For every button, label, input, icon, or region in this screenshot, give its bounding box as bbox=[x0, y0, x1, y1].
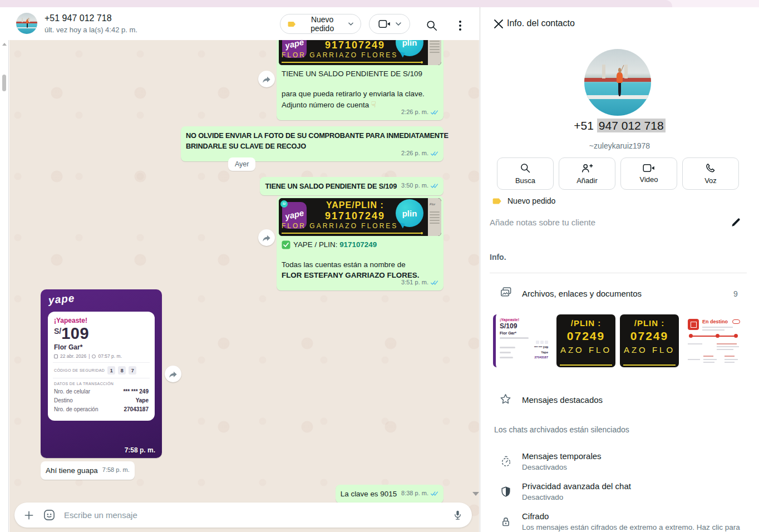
message-text: TIENE UN SALDO PENDIENTE DE S/109 bbox=[265, 181, 397, 191]
emoji-button[interactable] bbox=[43, 509, 56, 521]
message-bubble-outgoing: TIENE UN SALDO PENDIENTE DE S/109 3:50 p… bbox=[260, 177, 443, 195]
scrollbar-down-arrow[interactable] bbox=[472, 492, 479, 496]
read-ticks-icon bbox=[430, 491, 438, 496]
chevron-down-icon bbox=[348, 22, 353, 26]
forward-arrow-icon bbox=[261, 232, 272, 243]
media-thumb-tracking[interactable]: En destino bbox=[683, 314, 742, 367]
window-top-strip bbox=[0, 0, 759, 7]
order-label-text: Nuevo pedido bbox=[300, 15, 344, 33]
close-panel-button[interactable] bbox=[494, 19, 504, 29]
yape-brand-logo: yape bbox=[48, 292, 75, 307]
message-time: 7:58 p. m. bbox=[102, 465, 130, 475]
yape-plin-banner-image[interactable]: S/ yape YAPE/PLIN : 917107249 plin Flor … bbox=[279, 40, 441, 65]
voice-record-button[interactable] bbox=[452, 509, 463, 521]
green-check-emoji bbox=[282, 240, 290, 249]
plin-logo: plin bbox=[396, 199, 423, 227]
emoji-sticker-icon bbox=[43, 509, 56, 521]
receipt-row: Nro. de celular*** *** 249 bbox=[54, 388, 149, 395]
divider bbox=[490, 273, 747, 273]
receipt-transaction-label: DATOS DE LA TRANSACCIÓN bbox=[54, 382, 149, 386]
message-input-bar: Escribe un mensaje bbox=[14, 503, 472, 528]
voice-call-button[interactable]: Voz bbox=[682, 157, 739, 190]
left-scrollbar[interactable] bbox=[0, 40, 9, 532]
package-icon bbox=[688, 319, 699, 330]
person-add-icon bbox=[581, 162, 593, 174]
panel-title: Info. del contacto bbox=[507, 18, 575, 28]
date-divider: Ayer bbox=[228, 157, 255, 171]
star-icon bbox=[500, 393, 511, 405]
message-text: La clave es 9015 bbox=[341, 489, 397, 499]
forward-message-button[interactable] bbox=[258, 71, 275, 87]
chat-label-row[interactable]: Nuevo pedido bbox=[492, 196, 555, 205]
search-in-chat-button[interactable]: Busca bbox=[497, 157, 554, 190]
menu-button[interactable] bbox=[455, 19, 468, 32]
forward-arrow-icon bbox=[261, 73, 272, 85]
message-time: 3:51 p. m. bbox=[401, 277, 428, 288]
timer-icon bbox=[500, 456, 512, 467]
video-call-button[interactable]: Video bbox=[620, 157, 677, 190]
advanced-privacy-row[interactable]: Privacidad avanzada del chat Desactivado bbox=[480, 477, 759, 506]
receipt-payee: Flor Gar* bbox=[54, 343, 149, 351]
video-call-button[interactable] bbox=[369, 14, 410, 34]
contact-phone: +51 947 012 718 bbox=[480, 119, 759, 132]
forward-message-button[interactable] bbox=[165, 366, 181, 382]
message-text: NO OLVIDE ENVIAR LA FOTO DE SU COMPROBAN… bbox=[186, 130, 438, 141]
order-label-button[interactable]: Nuevo pedido bbox=[280, 14, 361, 34]
message-text: Ahí tiene guapa bbox=[46, 465, 98, 476]
search-button[interactable] bbox=[426, 19, 439, 32]
scrollbar-thumb[interactable] bbox=[2, 75, 6, 91]
product-list-strip: Flor bbox=[428, 198, 441, 236]
media-thumb-plin[interactable]: /PLIN : 07249 AZO FLO bbox=[556, 314, 615, 367]
media-thumb-plin[interactable]: /PLIN : 07249 AZO FLO bbox=[620, 314, 679, 367]
message-bubble-outgoing: La clave es 9015 8:38 p. m. bbox=[336, 485, 443, 503]
chat-title[interactable]: +51 947 012 718 bbox=[45, 13, 112, 23]
contact-info-panel: Info. del contacto +51 947 012 718 ~zule… bbox=[480, 7, 759, 532]
forward-message-button[interactable] bbox=[258, 229, 275, 246]
search-icon bbox=[520, 162, 531, 174]
starred-messages-row[interactable]: Mensajes destacados bbox=[480, 390, 759, 410]
message-text: TIENE UN SALDO PENDIENTE DE S/109 bbox=[279, 68, 441, 79]
receipt-row: Nro. de operación27043187 bbox=[54, 406, 149, 412]
add-contact-button[interactable]: Añadir bbox=[559, 157, 615, 190]
message-bubble-outgoing: S/ yape YAPE/PLIN : 917107249 plin Flor … bbox=[277, 40, 443, 120]
scrollbar-up-arrow[interactable] bbox=[2, 43, 7, 46]
message-text: YAPE / PLIN: 917107249 bbox=[279, 239, 441, 250]
message-text: Todas las cuentas están a nombre de bbox=[279, 259, 441, 270]
phone-icon bbox=[705, 162, 716, 174]
notes-field[interactable]: Añade notas sobre tu cliente bbox=[490, 218, 723, 227]
video-camera-icon bbox=[378, 19, 391, 28]
message-input[interactable]: Escribe un mensaje bbox=[64, 510, 444, 520]
message-time: 8:38 p. m. bbox=[401, 488, 428, 499]
close-icon bbox=[494, 19, 504, 29]
read-ticks-icon bbox=[430, 110, 438, 115]
encryption-row[interactable]: Cifrado Los mensajes están cifrados de e… bbox=[480, 507, 759, 532]
attach-button[interactable] bbox=[23, 510, 34, 521]
kebab-menu-icon bbox=[455, 19, 466, 32]
starred-label: Mensajes destacados bbox=[522, 395, 603, 405]
contact-avatar[interactable] bbox=[584, 49, 651, 116]
receipt-greeting: ¡Yapeaste! bbox=[54, 317, 149, 324]
read-ticks-icon bbox=[430, 151, 438, 156]
receipt-datetime: 22 abr. 2026 | 07:57 p. m. bbox=[54, 353, 149, 359]
media-thumb-receipt[interactable]: ¡Yapeaste! S/109 Flor Gar* *** *** 249 Y… bbox=[493, 314, 552, 367]
message-bubble-outgoing: S/ yape YAPE/PLIN : 917107249 plin Flor … bbox=[277, 196, 443, 290]
phone-number-link[interactable]: 917107249 bbox=[339, 239, 377, 250]
read-ticks-icon bbox=[430, 280, 438, 285]
receipt-security-code: CÓDIGO DE SEGURIDAD 1 8 7 bbox=[54, 366, 149, 375]
info-heading: Info. bbox=[490, 253, 506, 262]
read-ticks-icon bbox=[430, 183, 438, 189]
chat-pane: +51 947 012 718 últ. vez hoy a la(s) 4:4… bbox=[0, 7, 479, 532]
shield-icon bbox=[500, 486, 511, 497]
chat-header-avatar[interactable] bbox=[16, 13, 37, 34]
window-tab-edge bbox=[0, 0, 672, 7]
disappearing-messages-row[interactable]: Mensajes temporales Desactivados bbox=[480, 447, 759, 476]
edit-notes-button[interactable] bbox=[731, 216, 742, 228]
yape-receipt-image[interactable]: yape ¡Yapeaste! S/109 Flor Gar* 22 abr. … bbox=[41, 289, 162, 458]
yape-plin-banner-image[interactable]: S/ yape YAPE/PLIN : 917107249 plin Flor … bbox=[279, 198, 441, 236]
receipt-row: DestinoYape bbox=[54, 397, 149, 403]
files-count: 9 bbox=[733, 289, 738, 298]
chat-label-text: Nuevo pedido bbox=[507, 196, 555, 205]
chat-status: últ. vez hoy a la(s) 4:42 p. m. bbox=[45, 26, 137, 34]
files-label: Archivos, enlaces y documentos bbox=[522, 289, 642, 298]
files-links-docs-row[interactable]: Archivos, enlaces y documentos 9 bbox=[480, 283, 759, 305]
